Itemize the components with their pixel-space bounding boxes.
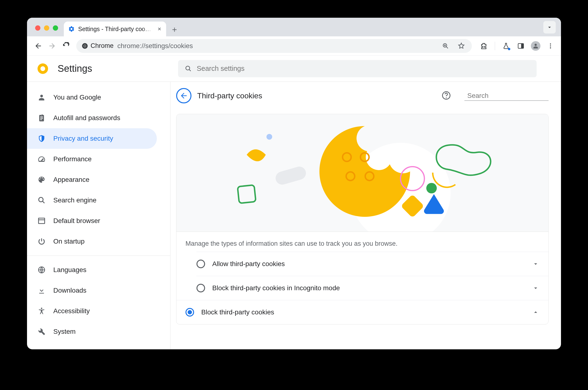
svg-point-13 <box>39 197 43 202</box>
app-body: You and Google Autofill and passwords Pr… <box>27 82 561 349</box>
cookies-card: Manage the types of information sites ca… <box>176 114 549 324</box>
option-label: Allow third-party cookies <box>212 260 285 268</box>
page-description: Manage the types of information sites ca… <box>176 232 548 252</box>
browser-tab[interactable]: Settings - Third-party cookies <box>64 22 166 36</box>
option-label: Block third-party cookies in Incognito m… <box>212 284 340 292</box>
url-text: chrome://settings/cookies <box>117 42 436 50</box>
page-search-field[interactable] <box>465 91 549 101</box>
scheme-label: Chrome <box>91 42 114 49</box>
sidebar-label: You and Google <box>53 94 101 101</box>
zoom-icon[interactable] <box>440 41 451 51</box>
reload-button[interactable] <box>60 40 72 52</box>
cookie-option-block[interactable]: Block third-party cookies <box>176 300 548 324</box>
sidebar-label: Accessibility <box>53 307 90 315</box>
svg-point-28 <box>426 183 437 193</box>
sidebar-label: Performance <box>53 155 92 163</box>
sidebar-item-you-and-google[interactable]: You and Google <box>27 87 157 108</box>
sidebar-item-privacy-security[interactable]: Privacy and security <box>27 128 157 149</box>
svg-rect-26 <box>237 185 256 203</box>
toolbar: Chrome chrome://settings/cookies <box>27 36 561 55</box>
content-area: Third-party cookies <box>170 82 561 349</box>
sidebar-item-search-engine[interactable]: Search engine <box>27 190 157 211</box>
shield-icon <box>37 134 46 143</box>
svg-rect-25 <box>274 165 308 186</box>
tabs-dropdown-button[interactable] <box>543 21 556 34</box>
sidebar-item-languages[interactable]: Languages <box>27 260 157 280</box>
app-header: Settings <box>27 55 561 82</box>
labs-flask-icon[interactable] <box>501 41 511 51</box>
profile-avatar-icon[interactable] <box>530 41 541 51</box>
settings-gear-icon <box>68 26 75 32</box>
svg-point-2 <box>84 45 86 47</box>
page-search-input[interactable] <box>467 92 553 99</box>
browser-window: Settings - Third-party cookies Chrome <box>27 18 561 349</box>
address-bar[interactable]: Chrome chrome://settings/cookies <box>76 39 472 53</box>
back-button[interactable] <box>32 40 44 52</box>
search-icon <box>37 196 46 205</box>
chevron-down-icon <box>532 285 539 292</box>
svg-point-8 <box>550 47 551 48</box>
radio-icon <box>196 260 205 268</box>
new-tab-button[interactable] <box>168 24 180 36</box>
option-label: Block third-party cookies <box>201 308 274 316</box>
minimize-window-button[interactable] <box>44 25 49 31</box>
radio-icon <box>196 284 205 292</box>
page-back-button[interactable] <box>176 88 192 103</box>
settings-sidebar: You and Google Autofill and passwords Pr… <box>27 82 170 349</box>
sidebar-label: Search engine <box>53 196 97 204</box>
svg-rect-14 <box>39 218 45 224</box>
radio-checked-icon <box>186 308 194 317</box>
sidebar-label: Privacy and security <box>53 135 113 142</box>
sidebar-item-on-startup[interactable]: On startup <box>27 231 157 252</box>
sidebar-item-default-browser[interactable]: Default browser <box>27 211 157 231</box>
wrench-icon <box>37 327 46 336</box>
page-header: Third-party cookies <box>176 88 549 103</box>
power-icon <box>37 237 46 246</box>
person-icon <box>37 93 46 102</box>
close-window-button[interactable] <box>35 25 40 31</box>
window-controls <box>32 25 61 36</box>
tab-title: Settings - Third-party cookies <box>78 26 154 33</box>
app-title: Settings <box>58 63 92 74</box>
kebab-menu-icon[interactable] <box>545 41 556 51</box>
search-icon <box>185 65 192 72</box>
sidebar-item-appearance[interactable]: Appearance <box>27 169 157 190</box>
svg-point-24 <box>267 134 272 140</box>
maximize-window-button[interactable] <box>53 25 58 31</box>
extensions-icon[interactable] <box>478 41 489 51</box>
tab-strip: Settings - Third-party cookies <box>27 18 561 36</box>
accessibility-icon <box>37 306 46 316</box>
sidebar-item-performance[interactable]: Performance <box>27 149 157 169</box>
cookie-option-allow[interactable]: Allow third-party cookies <box>196 252 548 276</box>
side-panel-icon[interactable] <box>515 41 526 51</box>
close-tab-icon[interactable] <box>157 27 162 31</box>
svg-point-7 <box>550 45 551 47</box>
sidebar-label: System <box>53 328 76 336</box>
speedometer-icon <box>37 154 46 164</box>
forward-button[interactable] <box>46 40 58 52</box>
help-icon[interactable] <box>441 91 452 101</box>
svg-rect-5 <box>521 44 523 48</box>
download-icon <box>37 286 46 295</box>
svg-point-12 <box>186 66 190 70</box>
clipboard-icon <box>37 113 46 123</box>
sidebar-label: Appearance <box>53 176 89 184</box>
sidebar-item-accessibility[interactable]: Accessibility <box>27 301 157 321</box>
cookie-option-block-incognito[interactable]: Block third-party cookies in Incognito m… <box>196 276 548 300</box>
globe-icon <box>37 265 46 274</box>
search-settings-input[interactable] <box>197 65 530 72</box>
sidebar-separator <box>27 255 170 256</box>
sidebar-item-system[interactable]: System <box>27 321 157 342</box>
svg-point-16 <box>41 308 42 309</box>
browser-window-icon <box>37 216 46 225</box>
sidebar-label: On startup <box>53 238 85 245</box>
sidebar-item-downloads[interactable]: Downloads <box>27 280 157 301</box>
palette-icon <box>37 175 46 184</box>
chrome-canary-icon <box>37 63 48 74</box>
sidebar-item-autofill[interactable]: Autofill and passwords <box>27 108 157 128</box>
hero-illustration <box>176 114 548 232</box>
page-title: Third-party cookies <box>197 91 262 100</box>
sidebar-label: Default browser <box>53 217 100 225</box>
search-settings-field[interactable] <box>178 60 537 77</box>
bookmark-star-icon[interactable] <box>456 41 467 51</box>
